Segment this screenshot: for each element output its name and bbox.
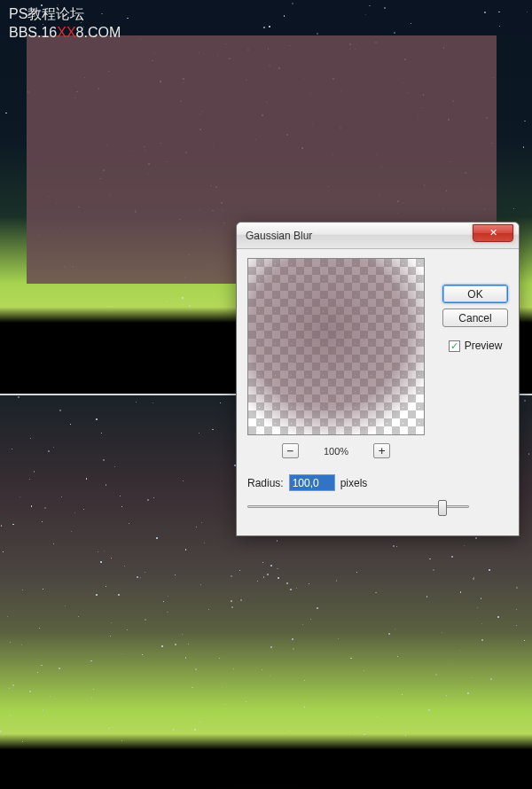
slider-track [247, 505, 469, 508]
dialog-titlebar[interactable]: Gaussian Blur ✕ [237, 223, 519, 249]
dialog-body: OK Cancel ✓ Preview − 100% + Radius: pix… [237, 249, 519, 525]
slider-thumb[interactable] [438, 500, 447, 516]
preview-checkbox-row[interactable]: ✓ Preview [449, 340, 503, 352]
radius-row: Radius: pixels [247, 474, 508, 491]
radius-input[interactable] [289, 474, 335, 491]
close-icon: ✕ [489, 227, 497, 238]
cancel-button[interactable]: Cancel [442, 309, 508, 327]
zoom-out-button[interactable]: − [282, 443, 299, 458]
preview-checkbox-label: Preview [465, 340, 503, 352]
radius-unit: pixels [340, 477, 368, 489]
dialog-button-column: OK Cancel ✓ Preview [442, 285, 508, 352]
preview-checker [248, 259, 424, 434]
gaussian-blur-dialog: Gaussian Blur ✕ OK Cancel ✓ Preview − 10… [236, 222, 520, 536]
radius-slider[interactable] [247, 498, 469, 516]
zoom-controls: − 100% + [247, 443, 425, 458]
preview-checkbox[interactable]: ✓ [449, 340, 460, 352]
ok-button[interactable]: OK [442, 285, 508, 303]
close-button[interactable]: ✕ [473, 224, 513, 242]
dialog-title: Gaussian Blur [246, 230, 473, 242]
zoom-in-button[interactable]: + [373, 443, 390, 458]
zoom-percent: 100% [324, 446, 348, 457]
radius-label: Radius: [247, 477, 284, 489]
filter-preview[interactable] [247, 258, 425, 435]
